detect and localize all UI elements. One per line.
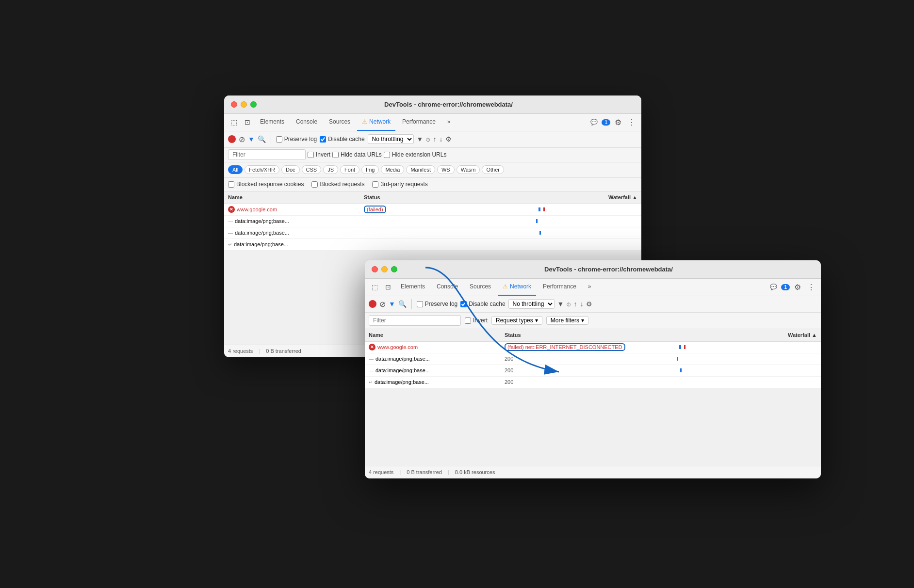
- col-status-header-1[interactable]: Status: [364, 194, 509, 200]
- chip-all-1[interactable]: All: [228, 165, 243, 174]
- minimize-button-1[interactable]: [241, 101, 247, 108]
- tab-sources-2[interactable]: Sources: [465, 279, 496, 296]
- search-button-1[interactable]: 🔍: [258, 135, 266, 143]
- filter-button-1[interactable]: ▼: [248, 135, 255, 143]
- table-row-2-4[interactable]: ↵ data:image/png;base... 200: [365, 377, 821, 388]
- tab-elements-1[interactable]: Elements: [255, 114, 289, 131]
- filter-button-2[interactable]: ▼: [389, 300, 395, 308]
- chip-fetch-1[interactable]: Fetch/XHR: [245, 165, 279, 174]
- maximize-button-1[interactable]: [250, 101, 257, 108]
- upload-icon-2[interactable]: ↑: [573, 300, 577, 308]
- chip-js-1[interactable]: JS: [323, 165, 338, 174]
- table-row-1-3[interactable]: — data:image/png;base...: [224, 227, 641, 239]
- tab-performance-2[interactable]: Performance: [538, 279, 581, 296]
- devtools-window-2: DevTools - chrome-error://chromewebdata/…: [365, 260, 821, 478]
- invert-checkbox-1[interactable]: [308, 152, 314, 158]
- col-waterfall-header-1[interactable]: Waterfall ▲: [509, 194, 637, 200]
- upload-icon-1[interactable]: ↑: [433, 135, 436, 143]
- settings-icon-1[interactable]: ⚙: [612, 116, 624, 128]
- cursor-icon-2[interactable]: ⬚: [369, 281, 380, 293]
- table-row-2-1[interactable]: ✕ www.google.com (failed) net::ERR_INTER…: [365, 342, 821, 353]
- col-name-header-2[interactable]: Name: [369, 332, 505, 338]
- minimize-button-2[interactable]: [381, 266, 388, 272]
- sep-1: [271, 134, 271, 144]
- more-icon-2[interactable]: ⋮: [805, 281, 817, 293]
- download-icon-1[interactable]: ↓: [439, 135, 442, 143]
- throttle-select-1[interactable]: No throttling: [368, 134, 414, 144]
- download-icon-2[interactable]: ↓: [580, 300, 583, 308]
- third-party-label-1: 3rd-party requests: [372, 181, 427, 188]
- chip-img-1[interactable]: Img: [361, 165, 379, 174]
- badge-1: 1: [602, 119, 610, 126]
- settings-icon-2[interactable]: ⚙: [792, 281, 803, 293]
- chip-ws-1[interactable]: WS: [437, 165, 455, 174]
- table-row-2-3[interactable]: — data:image/png;base... 200: [365, 365, 821, 377]
- chip-doc-1[interactable]: Doc: [281, 165, 300, 174]
- chip-media-1[interactable]: Media: [381, 165, 404, 174]
- chip-wasm-1[interactable]: Wasm: [457, 165, 480, 174]
- throttle-select-2[interactable]: No throttling: [508, 299, 555, 309]
- disable-cache-checkbox-1[interactable]: [320, 136, 326, 143]
- tab-sources-1[interactable]: Sources: [324, 114, 355, 131]
- tab-network-1[interactable]: ⚠ Network: [357, 114, 395, 131]
- maximize-button-2[interactable]: [391, 266, 397, 272]
- tab-elements-2[interactable]: Elements: [396, 279, 430, 296]
- record-button-1[interactable]: [228, 135, 236, 143]
- request-types-button[interactable]: Request types ▾: [491, 316, 542, 325]
- chip-other-1[interactable]: Other: [482, 165, 504, 174]
- preserve-log-checkbox-2[interactable]: [417, 301, 423, 307]
- tab-network-2[interactable]: ⚠ Network: [498, 279, 536, 296]
- chat-icon-2[interactable]: 💬: [770, 284, 777, 290]
- table-row-1-2[interactable]: — data:image/png;base...: [224, 216, 641, 227]
- invert-checkbox-2[interactable]: [465, 318, 471, 324]
- filter-input-2[interactable]: [369, 315, 461, 326]
- close-button-1[interactable]: [231, 101, 237, 108]
- throttle-down-icon-2: ▼: [557, 300, 564, 308]
- col-name-header-1[interactable]: Name: [228, 194, 364, 200]
- hide-ext-urls-checkbox-1[interactable]: [384, 152, 390, 158]
- dash-icon-2-3: —: [369, 368, 374, 373]
- chip-manifest-1[interactable]: Manifest: [406, 165, 435, 174]
- waterfall-bar-2-1: [650, 343, 708, 351]
- table-row-1-1[interactable]: ✕ www.google.com (failed): [224, 204, 641, 216]
- waterfall-bar-1-1: [509, 206, 568, 213]
- filter-input-1[interactable]: [228, 149, 306, 160]
- tab-more-1[interactable]: »: [442, 114, 456, 131]
- record-button-2[interactable]: [369, 300, 376, 308]
- clear-button-1[interactable]: ⊘: [239, 135, 245, 144]
- tab-more-2[interactable]: »: [583, 279, 596, 296]
- tab-console-2[interactable]: Console: [432, 279, 463, 296]
- search-button-2[interactable]: 🔍: [398, 300, 407, 308]
- badge-2: 1: [781, 284, 790, 290]
- blocked-response-checkbox-1[interactable]: [228, 181, 234, 188]
- hide-data-urls-checkbox-1[interactable]: [332, 152, 339, 158]
- footer-2: 4 requests | 0 B transferred | 8.0 kB re…: [365, 466, 821, 478]
- table-row-2-2[interactable]: — data:image/png;base... 200: [365, 353, 821, 365]
- more-icon-1[interactable]: ⋮: [626, 116, 637, 128]
- row-name-2-2: — data:image/png;base...: [369, 356, 505, 362]
- settings-icon-net-2[interactable]: ⚙: [586, 300, 592, 308]
- inspect-icon-2[interactable]: ⊡: [382, 281, 394, 293]
- waterfall-bar-1-3: [509, 229, 568, 237]
- disable-cache-checkbox-2[interactable]: [460, 301, 467, 307]
- wifi-icon-1: ⌽: [426, 135, 430, 143]
- inspect-icon[interactable]: ⊡: [242, 116, 253, 128]
- table-row-1-4[interactable]: ↵ data:image/png;base...: [224, 239, 641, 251]
- table-header-1: Name Status Waterfall ▲: [224, 191, 641, 204]
- chip-css-1[interactable]: CSS: [302, 165, 322, 174]
- tab-console-1[interactable]: Console: [291, 114, 322, 131]
- window-title-1: DevTools - chrome-error://chromewebdata/: [262, 101, 635, 108]
- settings-icon-net-1[interactable]: ⚙: [445, 135, 452, 143]
- preserve-log-checkbox-1[interactable]: [276, 136, 282, 143]
- chip-font-1[interactable]: Font: [340, 165, 359, 174]
- clear-button-2[interactable]: ⊘: [379, 300, 386, 309]
- more-filters-button[interactable]: More filters ▾: [546, 316, 588, 325]
- cursor-icon[interactable]: ⬚: [228, 116, 240, 128]
- col-waterfall-header-2[interactable]: Waterfall ▲: [650, 332, 817, 338]
- chat-icon-1[interactable]: 💬: [590, 119, 598, 126]
- third-party-checkbox-1[interactable]: [372, 181, 378, 188]
- blocked-requests-checkbox-1[interactable]: [311, 181, 318, 188]
- col-status-header-2[interactable]: Status: [505, 332, 650, 338]
- close-button-2[interactable]: [372, 266, 378, 272]
- tab-performance-1[interactable]: Performance: [397, 114, 441, 131]
